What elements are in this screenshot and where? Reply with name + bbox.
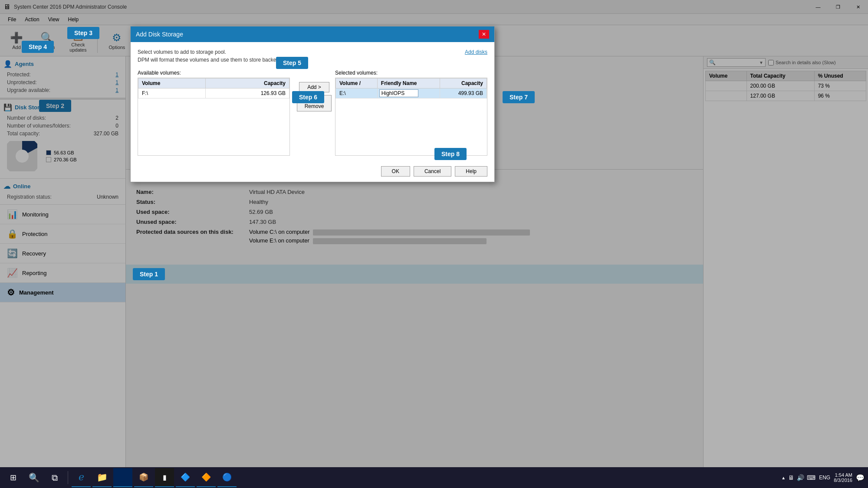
dialog-titlebar: Add Disk Storage ✕ [131, 26, 494, 42]
avail-row-1[interactable]: F:\ 126.93 GB [138, 88, 289, 98]
add-disks-link[interactable]: Add disks [465, 49, 487, 55]
powershell-button[interactable]: _ [113, 468, 132, 487]
search-taskbar-button[interactable]: 🔍 [24, 468, 43, 487]
volumes-area: Available volumes: Volume Capacity F:\ [138, 70, 487, 156]
selected-table: Volume / Friendly Name Capacity E:\ [335, 78, 487, 98]
selected-volumes-list: Volume / Friendly Name Capacity E:\ [335, 78, 487, 156]
dialog-close-button[interactable]: ✕ [479, 30, 489, 39]
date-display: 8/3/2016 [834, 478, 852, 483]
desc-line1: Select volumes to add to storage pool. [138, 49, 487, 55]
dialog-footer: OK Cancel Help Step 8 [131, 163, 494, 182]
start-button[interactable]: ⊞ [3, 468, 23, 487]
taskbar-separator1 [68, 471, 68, 484]
dialog-body: Add disks Select volumes to add to stora… [131, 42, 494, 163]
app4-button[interactable]: 🔵 [217, 468, 237, 487]
cancel-button[interactable]: Cancel [414, 166, 451, 177]
available-table: Volume Capacity F:\ 126.93 GB [138, 78, 289, 98]
dialog-description: Add disks Select volumes to add to stora… [138, 49, 487, 65]
step8-callout: Step 8 [434, 148, 467, 160]
avail-col-capacity: Capacity [205, 79, 289, 88]
sel-col-friendly-name: Friendly Name [377, 79, 440, 88]
step1-callout: Step 1 [133, 268, 165, 280]
notification-icon[interactable]: 💬 [856, 474, 865, 482]
language-indicator: ENG [819, 475, 830, 481]
sel-friendly-1 [377, 88, 440, 98]
taskbar-clock[interactable]: 1:54 AM 8/3/2016 [834, 472, 852, 483]
app1-button[interactable]: 📦 [134, 468, 153, 487]
system-icons: ▲ 🖥 🔊 ⌨ [781, 474, 815, 481]
desc-line2: DPM will format these volumes and use th… [138, 57, 487, 63]
sel-row-1[interactable]: E:\ 499.93 GB [336, 88, 487, 98]
selected-volumes-panel: Selected volumes: Volume / Friendly Name… [335, 70, 487, 156]
dialog-title: Add Disk Storage [136, 31, 183, 38]
volume-icon[interactable]: 🔊 [797, 474, 804, 481]
step5-callout: Step 5 [276, 57, 308, 69]
step3-callout: Step 3 [67, 27, 99, 39]
selected-label: Selected volumes: [335, 70, 487, 76]
friendly-name-input[interactable] [379, 89, 418, 97]
ie-button[interactable]: ℯ [72, 468, 91, 487]
available-volumes-panel: Available volumes: Volume Capacity F:\ [138, 70, 290, 156]
avail-col-volume: Volume [138, 79, 206, 88]
avail-vol-1: F:\ [138, 88, 206, 98]
chevron-up-icon[interactable]: ▲ [781, 475, 786, 480]
task-view-button[interactable]: ⧉ [45, 468, 64, 487]
taskbar-right: ▲ 🖥 🔊 ⌨ ENG 1:54 AM 8/3/2016 💬 [781, 472, 865, 483]
app2-button[interactable]: 🔷 [176, 468, 195, 487]
taskbar: ⊞ 🔍 ⧉ ℯ 📁 _ 📦 ▮ 🔷 🔶 🔵 ▲ 🖥 🔊 ⌨ ENG 1:54 A… [0, 467, 868, 488]
sel-vol-1: E:\ [336, 88, 378, 98]
step7-callout: Step 7 [503, 91, 535, 103]
available-volumes-list: Volume Capacity F:\ 126.93 GB [138, 78, 290, 156]
explorer-button[interactable]: 📁 [92, 468, 112, 487]
available-label: Available volumes: [138, 70, 290, 76]
add-disk-storage-dialog: Add Disk Storage ✕ Add disks Select volu… [130, 26, 495, 182]
step4-callout: Step 4 [22, 41, 54, 53]
avail-cap-1: 126.93 GB [205, 88, 289, 98]
sel-col-capacity: Capacity [440, 79, 487, 88]
network-icon: 🖥 [788, 474, 794, 481]
keyboard-icon: ⌨ [807, 474, 815, 481]
terminal-button[interactable]: ▮ [155, 468, 174, 487]
app3-button[interactable]: 🔶 [197, 468, 216, 487]
time-display: 1:54 AM [834, 472, 852, 478]
step6-callout: Step 6 [292, 91, 324, 103]
sel-col-volume: Volume / [336, 79, 378, 88]
help-button[interactable]: Help [455, 166, 487, 177]
ok-button[interactable]: OK [381, 166, 410, 177]
sel-cap-1: 499.93 GB [440, 88, 487, 98]
